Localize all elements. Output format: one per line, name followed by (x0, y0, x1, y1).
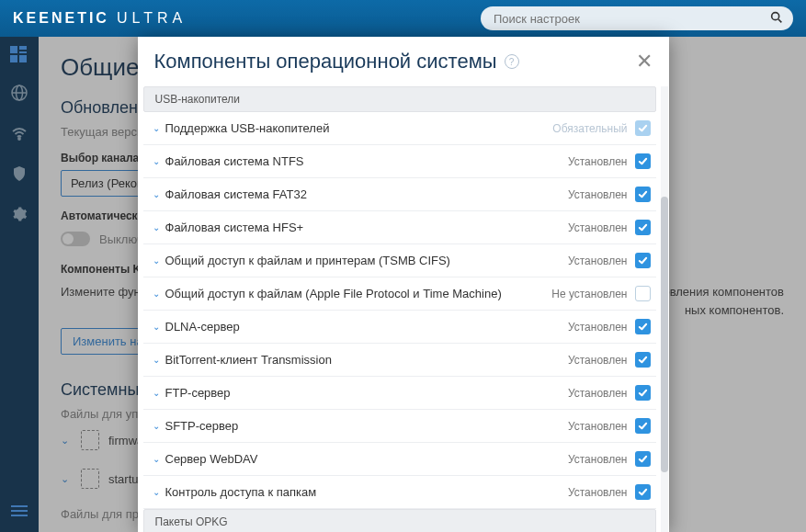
component-row[interactable]: ⌄FTP-серверУстановлен (143, 377, 656, 410)
chevron-down-icon[interactable]: ⌄ (149, 388, 164, 398)
component-checkbox[interactable] (635, 418, 651, 434)
brand-logo: KEENETIC ULTRA (13, 10, 187, 27)
component-row[interactable]: ⌄Общий доступ к файлам (Apple File Proto… (143, 277, 656, 311)
component-name: Общий доступ к файлам и принтерам (TSMB … (165, 254, 568, 267)
chevron-down-icon[interactable]: ⌄ (149, 289, 164, 299)
chevron-down-icon[interactable]: ⌄ (149, 487, 164, 497)
component-checkbox[interactable] (635, 253, 651, 268)
component-row[interactable]: ⌄BitTorrent-клиент TransmissionУстановле… (143, 344, 656, 377)
modal-body: USB-накопители⌄Поддержка USB-накопителей… (138, 86, 669, 532)
search-icon[interactable] (769, 10, 784, 28)
component-name: SFTP-сервер (165, 419, 568, 433)
scrollbar-thumb[interactable] (661, 197, 668, 472)
component-checkbox (635, 120, 651, 136)
component-name: BitTorrent-клиент Transmission (165, 353, 568, 367)
component-checkbox[interactable] (635, 153, 651, 169)
component-name: Контроль доступа к папкам (165, 485, 568, 499)
component-status: Обязательный (552, 122, 627, 135)
chevron-down-icon[interactable]: ⌄ (149, 222, 164, 232)
component-name: Сервер WebDAV (165, 452, 568, 466)
component-section-header: Пакеты OPKG (143, 509, 656, 532)
search-wrap (481, 6, 793, 30)
component-name: Общий доступ к файлам (Apple File Protoc… (165, 287, 552, 300)
component-row[interactable]: ⌄Файловая система NTFSУстановлен (143, 145, 656, 178)
component-status: Не установлен (551, 288, 627, 300)
component-name: Файловая система HFS+ (165, 221, 568, 234)
component-checkbox[interactable] (635, 484, 651, 500)
chevron-down-icon[interactable]: ⌄ (149, 123, 164, 133)
component-checkbox[interactable] (635, 220, 651, 235)
component-name: DLNA-сервер (165, 320, 568, 334)
svg-point-0 (772, 13, 779, 20)
brand-text-1: KEENETIC (13, 10, 109, 27)
component-checkbox[interactable] (635, 286, 651, 301)
top-header: KEENETIC ULTRA (0, 0, 806, 37)
component-status: Установлен (568, 155, 628, 168)
chevron-down-icon[interactable]: ⌄ (149, 421, 164, 431)
help-icon[interactable]: ? (505, 54, 519, 69)
component-status: Установлен (568, 255, 628, 267)
chevron-down-icon[interactable]: ⌄ (149, 355, 164, 365)
component-row[interactable]: ⌄SFTP-серверУстановлен (143, 410, 656, 443)
component-checkbox[interactable] (635, 352, 651, 368)
chevron-down-icon[interactable]: ⌄ (149, 322, 164, 332)
component-status: Установлен (568, 420, 628, 433)
chevron-down-icon[interactable]: ⌄ (149, 189, 164, 199)
close-icon[interactable]: ✕ (636, 50, 653, 74)
component-row[interactable]: ⌄Сервер WebDAVУстановлен (143, 443, 656, 476)
modal-title: Компоненты операционной системы (154, 50, 497, 74)
component-status: Установлен (568, 321, 628, 334)
search-input[interactable] (481, 6, 793, 30)
component-checkbox[interactable] (635, 451, 651, 467)
chevron-down-icon[interactable]: ⌄ (149, 454, 164, 464)
component-name: Файловая система NTFS (165, 154, 568, 168)
component-row[interactable]: ⌄DLNA-серверУстановлен (143, 311, 656, 344)
component-status: Установлен (568, 486, 628, 499)
component-section-header: USB-накопители (143, 86, 656, 112)
component-row[interactable]: ⌄Файловая система FAT32Установлен (143, 178, 656, 211)
component-name: Поддержка USB-накопителей (165, 121, 553, 135)
component-checkbox[interactable] (635, 187, 651, 202)
scrollbar-track[interactable] (661, 86, 668, 532)
component-row[interactable]: ⌄Общий доступ к файлам и принтерам (TSMB… (143, 244, 656, 277)
component-status: Установлен (568, 387, 628, 400)
components-modal: Компоненты операционной системы ? ✕ USB-… (138, 37, 669, 532)
component-row[interactable]: ⌄Поддержка USB-накопителейОбязательный (143, 112, 656, 145)
component-checkbox[interactable] (635, 385, 651, 401)
chevron-down-icon[interactable]: ⌄ (149, 156, 164, 166)
component-status: Установлен (568, 354, 628, 367)
component-name: Файловая система FAT32 (165, 187, 568, 201)
modal-overlay: Компоненты операционной системы ? ✕ USB-… (0, 37, 806, 532)
component-status: Установлен (568, 188, 628, 201)
svg-line-1 (778, 19, 781, 22)
chevron-down-icon[interactable]: ⌄ (149, 255, 164, 266)
component-row[interactable]: ⌄Контроль доступа к папкамУстановлен (143, 476, 656, 509)
component-checkbox[interactable] (635, 319, 651, 334)
component-status: Установлен (568, 221, 628, 234)
component-name: FTP-сервер (165, 386, 568, 400)
component-row[interactable]: ⌄Файловая система HFS+Установлен (143, 211, 656, 244)
brand-text-2: ULTRA (117, 10, 187, 27)
component-status: Установлен (568, 453, 628, 466)
modal-header: Компоненты операционной системы ? ✕ (138, 37, 669, 86)
